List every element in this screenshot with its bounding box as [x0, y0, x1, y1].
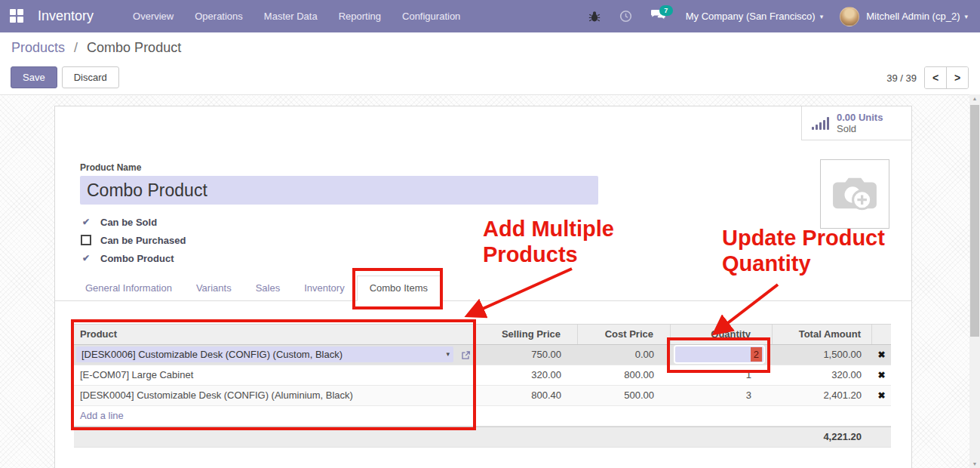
product-many2one-input[interactable]: [DESK0006] Customizable Desk (CONFIG) (C…: [76, 346, 453, 362]
delete-row-icon[interactable]: ✖: [877, 390, 885, 401]
pager-counter: 39 / 39: [886, 72, 917, 84]
cell-total-amount: 1,500.00: [773, 345, 872, 365]
tab-sales[interactable]: Sales: [244, 276, 293, 300]
stat-label: Sold: [837, 123, 883, 134]
breadcrumb-current: Combo Product: [87, 40, 181, 55]
messages-icon[interactable]: 7: [650, 9, 666, 23]
menu-reporting[interactable]: Reporting: [328, 0, 392, 32]
discard-button[interactable]: Discard: [62, 66, 119, 88]
user-menu[interactable]: Mitchell Admin (cp_2) ▾: [866, 11, 968, 22]
checked-checkbox-icon[interactable]: ✔: [80, 216, 92, 228]
tab-variants[interactable]: Variants: [184, 276, 244, 300]
menu-master-data[interactable]: Master Data: [253, 0, 328, 32]
pager-next-button[interactable]: >: [946, 67, 968, 88]
cell-selling-price[interactable]: 800.40: [476, 386, 578, 405]
units-sold-stat-button[interactable]: 0.00 Units Sold: [801, 106, 911, 140]
user-avatar[interactable]: [840, 7, 859, 26]
form-view-background: 0.00 Units Sold Product Name Combo Produ…: [0, 94, 969, 468]
cell-quantity: 2: [671, 345, 773, 365]
save-button[interactable]: Save: [11, 66, 57, 88]
apps-grid-icon[interactable]: [10, 9, 24, 23]
top-navbar: Inventory Overview Operations Master Dat…: [0, 0, 980, 32]
checkbox-combo-product[interactable]: ✔ Combo Product: [80, 249, 186, 267]
tab-general-information[interactable]: General Information: [73, 276, 184, 300]
cell-quantity[interactable]: 1: [671, 365, 773, 385]
table-row[interactable]: [DESK0004] Customizable Desk (CONFIG) (A…: [74, 386, 891, 406]
app-name[interactable]: Inventory: [38, 8, 94, 24]
menu-operations[interactable]: Operations: [184, 0, 253, 32]
cell-selling-price[interactable]: 750.00: [476, 345, 578, 365]
table-header-row: Product Selling Price Cost Price Quantit…: [74, 324, 891, 345]
delete-row-icon[interactable]: ✖: [877, 370, 885, 380]
stat-value: 0.00 Units: [837, 112, 883, 123]
unchecked-checkbox-icon[interactable]: [81, 235, 91, 245]
checked-checkbox-icon[interactable]: ✔: [80, 252, 92, 264]
cell-cost-price[interactable]: 0.00: [578, 345, 671, 365]
cell-cost-price[interactable]: 800.00: [578, 365, 671, 385]
table-row[interactable]: [E-COM07] Large Cabinet 320.00 800.00 1 …: [74, 365, 891, 386]
menu-configuration[interactable]: Configuration: [392, 0, 471, 32]
header-total-amount[interactable]: Total Amount: [773, 325, 872, 344]
combo-items-table: Product Selling Price Cost Price Quantit…: [74, 324, 891, 448]
cell-total-amount: 320.00: [773, 365, 872, 385]
selected-quantity-text: 2: [751, 347, 762, 362]
scroll-down-icon[interactable]: ▼: [969, 461, 980, 466]
navbar-systray: 7 My Company (San Francisco) ▾ Mitchell …: [587, 7, 968, 26]
company-switcher[interactable]: My Company (San Francisco) ▾: [686, 11, 823, 22]
cell-product[interactable]: [DESK0004] Customizable Desk (CONFIG) (A…: [74, 386, 476, 405]
cell-cost-price[interactable]: 500.00: [578, 386, 671, 405]
quantity-input[interactable]: 2: [675, 346, 763, 362]
header-quantity[interactable]: Quantity: [671, 325, 773, 344]
record-pager: 39 / 39 < >: [886, 66, 969, 89]
chevron-down-icon: ▾: [964, 13, 968, 20]
cell-product[interactable]: [E-COM07] Large Cabinet: [74, 365, 476, 385]
header-product[interactable]: Product: [74, 325, 476, 344]
add-a-line-link[interactable]: Add a line: [74, 406, 124, 426]
cell-quantity[interactable]: 3: [671, 386, 773, 405]
debug-bug-icon[interactable]: [587, 9, 602, 24]
tab-inventory[interactable]: Inventory: [292, 276, 356, 300]
form-sheet: 0.00 Units Sold Product Name Combo Produ…: [54, 106, 912, 468]
product-name-label: Product Name: [80, 162, 141, 173]
scrollbar-thumb[interactable]: [970, 105, 979, 337]
cell-selling-price[interactable]: 320.00: [476, 365, 578, 385]
breadcrumb: Products / Combo Product: [11, 40, 181, 56]
checkbox-can-be-sold[interactable]: ✔ Can be Sold: [80, 213, 186, 231]
add-line-row: Add a line: [74, 406, 891, 426]
activities-clock-icon[interactable]: [619, 9, 634, 24]
notebook-tabs: General Information Variants Sales Inven…: [55, 276, 911, 301]
product-flags: ✔ Can be Sold Can be Purchased ✔ Combo P…: [80, 213, 186, 267]
message-count-badge: 7: [659, 5, 673, 16]
checkbox-can-be-purchased[interactable]: Can be Purchased: [80, 231, 186, 249]
product-image-upload[interactable]: [820, 159, 889, 229]
header-cost-price[interactable]: Cost Price: [578, 325, 671, 344]
dropdown-caret-icon[interactable]: ▾: [446, 346, 450, 362]
control-panel: Products / Combo Product Save Discard 39…: [0, 32, 980, 95]
main-menu: Overview Operations Master Data Reportin…: [122, 0, 471, 32]
chevron-down-icon: ▾: [820, 13, 824, 20]
camera-plus-icon: [831, 174, 878, 214]
pager-previous-button[interactable]: <: [925, 67, 946, 88]
odoo-inventory-screen: Inventory Overview Operations Master Dat…: [0, 0, 980, 468]
product-name-input[interactable]: Combo Product: [80, 176, 598, 205]
cell-total-amount: 2,401.20: [773, 386, 872, 405]
header-selling-price[interactable]: Selling Price: [476, 325, 578, 344]
bar-chart-icon: [812, 116, 829, 130]
table-row[interactable]: [DESK0006] Customizable Desk (CONFIG) (C…: [74, 345, 891, 365]
grand-total: 4,221.20: [773, 427, 872, 447]
menu-overview[interactable]: Overview: [122, 0, 184, 32]
scroll-up-icon[interactable]: ▲: [969, 96, 980, 101]
external-link-icon[interactable]: [460, 348, 471, 359]
tab-combo-items[interactable]: Combo Items: [357, 276, 441, 301]
header-delete-column: [872, 325, 891, 344]
breadcrumb-products-link[interactable]: Products: [11, 40, 65, 55]
breadcrumb-separator: /: [74, 40, 78, 55]
table-footer-row: 4,221.20: [74, 426, 891, 448]
vertical-scrollbar[interactable]: ▲ ▼: [969, 94, 980, 468]
delete-row-icon[interactable]: ✖: [877, 349, 885, 360]
